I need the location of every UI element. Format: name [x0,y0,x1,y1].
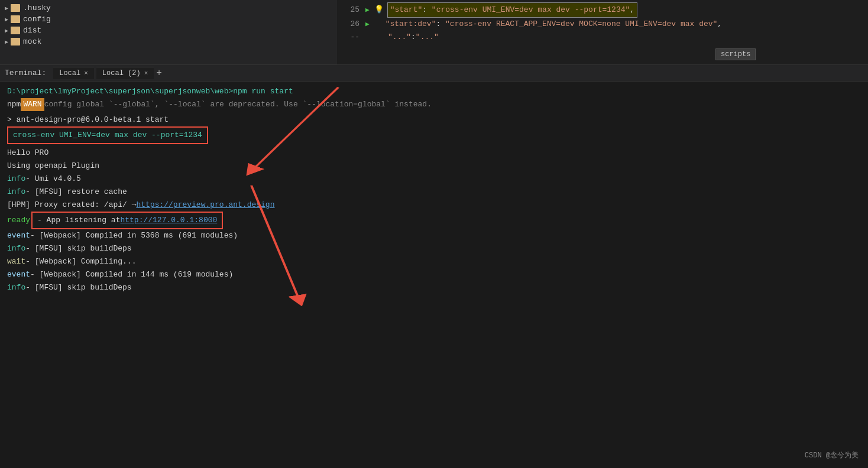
collapse-arrow: ▶ [5,5,8,12]
terminal-text: [HPM] Proxy created: /api/ → [7,199,136,212]
terminal-label: Terminal: [5,69,46,77]
terminal-line: D:\project\lmyProject\superjson\superjso… [7,85,861,98]
bulb-icon: 💡 [374,4,384,17]
info-label: info [7,173,25,186]
project-text: > ant-design-pro@6.0.0-beta.1 start [7,113,169,126]
folder-name: mock [23,37,41,46]
ready-box: - App listening at http://127.0.0.1:8000 [31,212,223,229]
folder-icon [11,38,20,46]
collapse-arrow: ▶ [5,38,8,46]
warn-text: config global `--global`, `--local` are … [44,98,432,111]
line-number: -- [342,31,359,44]
code-text: "cross-env UMI_ENV=dev max dev --port=12… [432,5,630,14]
close-icon[interactable]: × [84,70,88,77]
terminal-tab-local2[interactable]: Local (2) × [96,67,154,79]
watermark: CSDN @念兮为美 [805,449,859,462]
file-tree-item[interactable]: ▶ config [0,14,337,25]
terminal-text: - [Webpack] Compiling... [25,255,136,268]
file-tree-item[interactable]: ▶ .husky [0,2,337,14]
terminal-line: wait - [Webpack] Compiling... [7,255,861,268]
terminal-line: info - [MFSU] skip buildDeps [7,281,861,294]
collapse-arrow: ▶ [5,16,8,23]
run-button[interactable]: ▶ [365,18,370,31]
wait-label: wait [7,255,25,268]
terminal-tabs: Terminal: Local × Local (2) × + [0,65,868,82]
info-label: info [7,186,25,199]
terminal-content: D:\project\lmyProject\superjson\superjso… [0,82,868,468]
code-content-26: "start:dev": "cross-env REACT_APP_ENV=de… [386,18,723,31]
terminal-text: - [Webpack] Compiled in 144 ms (619 modu… [30,268,233,281]
code-line-26: 26 ▶ "start:dev": "cross-env REACT_APP_E… [337,18,868,31]
code-text: "cross-env REACT_APP_ENV=dev MOCK=none U… [445,20,717,28]
terminal-line: > ant-design-pro@6.0.0-beta.1 start [7,113,861,126]
terminal-line: info - [MFSU] restore cache [7,186,861,199]
terminal-text: - [MFSU] restore cache [25,186,127,199]
new-tab-button[interactable]: + [156,68,162,79]
code-content-25: "start": "cross-env UMI_ENV=dev max dev … [387,2,638,18]
code-text: "..." [388,31,411,44]
folder-icon [11,4,20,12]
terminal-text: - [MFSU] skip buildDeps [25,281,131,294]
event-label: event [7,229,30,242]
folder-icon [11,15,20,23]
code-punc: , [630,5,634,14]
terminal-line: info - [MFSU] skip buildDeps [7,242,861,255]
terminal-line: npm WARN config global `--global`, `--lo… [7,98,861,111]
terminal-line-ready: ready - App listening at http://127.0.0.… [7,212,861,229]
terminal-line: [HPM] Proxy created: /api/ → https://pre… [7,199,861,212]
proxy-link[interactable]: https://preview.pro.ant.design [136,199,274,212]
terminal-line: info - Umi v4.0.5 [7,173,861,186]
info-label: info [7,242,25,255]
folder-name: config [23,15,51,24]
terminal-text: - App listening at [37,214,120,227]
close-icon[interactable]: × [144,70,148,77]
code-text: "start:dev" [386,20,436,28]
event-label: event [7,268,30,281]
folder-name: dist [23,26,41,35]
boxed-command: cross-env UMI_ENV=dev max dev --port=123… [7,126,208,144]
terminal-text: Hello PRO [7,147,48,160]
collapse-arrow: ▶ [5,27,8,34]
file-tree: ▶ .husky ▶ config ▶ dist ▶ mock [0,0,337,64]
terminal-tab-local[interactable]: Local × [53,67,94,79]
code-punc: : [436,20,445,28]
file-tree-item[interactable]: ▶ dist [0,25,337,36]
folder-icon [11,27,20,34]
scripts-tooltip: scripts [715,48,756,60]
code-panel: 25 ▶ 💡 "start": "cross-env UMI_ENV=dev m… [337,0,868,64]
terminal-line: event - [Webpack] Compiled in 144 ms (61… [7,268,861,281]
editor-area: ▶ .husky ▶ config ▶ dist ▶ mock 25 ▶ 💡 "… [0,0,868,65]
terminal-text: Using openapi Plugin [7,160,99,173]
app-link[interactable]: http://127.0.0.1:8000 [120,214,217,227]
terminal-text: - [MFSU] skip buildDeps [25,242,131,255]
terminal-line: Using openapi Plugin [7,160,861,173]
code-text: "start" [390,5,423,14]
code-punc: , [717,20,722,28]
line-number: 25 [342,4,359,17]
run-button[interactable]: ▶ [365,4,370,17]
tab-name: Local [59,69,80,77]
npm-prefix: npm [7,98,21,111]
terminal-text: - Umi v4.0.5 [25,173,81,186]
info-label: info [7,281,25,294]
ready-label: ready [7,214,30,227]
terminal-line-cmd: cross-env UMI_ENV=dev max dev --port=123… [7,126,861,144]
terminal-text: D:\project\lmyProject\superjson\superjso… [7,85,293,98]
folder-name: .husky [23,4,51,12]
terminal-line: Hello PRO [7,147,861,160]
terminal-line: event - [Webpack] Compiled in 5368 ms (6… [7,229,861,242]
file-tree-item[interactable]: ▶ mock [0,36,337,47]
code-punc: : [422,5,432,14]
terminal-text: - [Webpack] Compiled in 5368 ms (691 mod… [30,229,238,242]
warn-badge: WARN [21,98,44,111]
code-line-25: 25 ▶ 💡 "start": "cross-env UMI_ENV=dev m… [337,2,868,18]
code-line-dots: -- "...": "..." [337,31,868,44]
line-number: 26 [342,18,359,31]
tab-name: Local (2) [102,69,141,77]
